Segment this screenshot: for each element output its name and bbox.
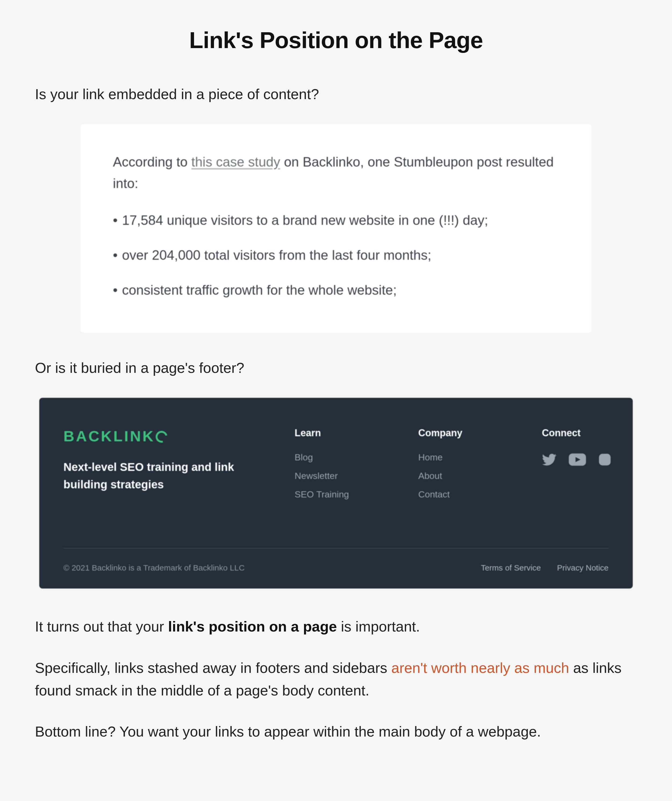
- svg-point-4: [607, 456, 609, 457]
- footer-example-card: BACKLINK Next-level SEO training and lin…: [39, 398, 633, 589]
- footer-link-home[interactable]: Home: [418, 452, 531, 463]
- text-fragment: is important.: [337, 618, 420, 634]
- footer-col-title: Company: [418, 427, 531, 439]
- footer-link-seo-training[interactable]: SEO Training: [295, 489, 408, 500]
- footer-link-newsletter[interactable]: Newsletter: [295, 471, 408, 481]
- svg-point-3: [603, 457, 607, 462]
- intro-question-2: Or is it buried in a page's footer?: [35, 357, 637, 379]
- privacy-link[interactable]: Privacy Notice: [557, 563, 609, 573]
- copyright-text: © 2021 Backlinko is a Trademark of Backl…: [63, 563, 245, 573]
- terms-link[interactable]: Terms of Service: [481, 563, 541, 573]
- lead-before: According to: [113, 154, 192, 169]
- footer-divider: [63, 548, 609, 548]
- bold-phrase: link's position on a page: [168, 618, 337, 634]
- bullet-item: consistent traffic growth for the whole …: [113, 280, 559, 300]
- case-study-link[interactable]: this case study: [192, 154, 280, 169]
- text-fragment: It turns out that your: [35, 618, 168, 634]
- bullet-item: over 204,000 total visitors from the las…: [113, 245, 559, 265]
- text-fragment: Specifically, links stashed away in foot…: [35, 660, 392, 676]
- body-para-bottomline: Bottom line? You want your links to appe…: [35, 721, 637, 743]
- bullet-item: 17,584 unique visitors to a brand new we…: [113, 210, 559, 230]
- footer-col-company: Company Home About Contact: [418, 427, 531, 508]
- footer-col-learn: Learn Blog Newsletter SEO Training: [295, 427, 408, 508]
- youtube-icon[interactable]: [569, 454, 586, 467]
- content-example-card: According to this case study on Backlink…: [81, 124, 591, 333]
- footer-col-title: Learn: [295, 427, 408, 439]
- footer-col-title: Connect: [542, 427, 612, 439]
- brand-text: BACKLINK: [63, 427, 155, 445]
- footer-link-blog[interactable]: Blog: [295, 452, 408, 463]
- brand-tagline: Next-level SEO training and link buildin…: [63, 458, 243, 493]
- body-para-specifically: Specifically, links stashed away in foot…: [35, 657, 637, 701]
- intro-question-1: Is your link embedded in a piece of cont…: [35, 83, 637, 106]
- footer-col-connect: Connect: [542, 427, 612, 468]
- not-worth-link[interactable]: aren't worth nearly as much: [392, 660, 569, 676]
- brand-logo: BACKLINK: [63, 427, 284, 445]
- body-para-importance: It turns out that your link's position o…: [35, 615, 637, 638]
- twitter-icon[interactable]: [542, 452, 557, 468]
- instagram-icon[interactable]: [598, 453, 612, 468]
- section-heading: Link's Position on the Page: [35, 27, 637, 53]
- brand-o-icon: [153, 429, 169, 445]
- example-lead: According to this case study on Backlink…: [113, 151, 559, 194]
- footer-link-contact[interactable]: Contact: [418, 489, 531, 500]
- example-bullet-list: 17,584 unique visitors to a brand new we…: [113, 210, 559, 300]
- footer-link-about[interactable]: About: [418, 471, 531, 481]
